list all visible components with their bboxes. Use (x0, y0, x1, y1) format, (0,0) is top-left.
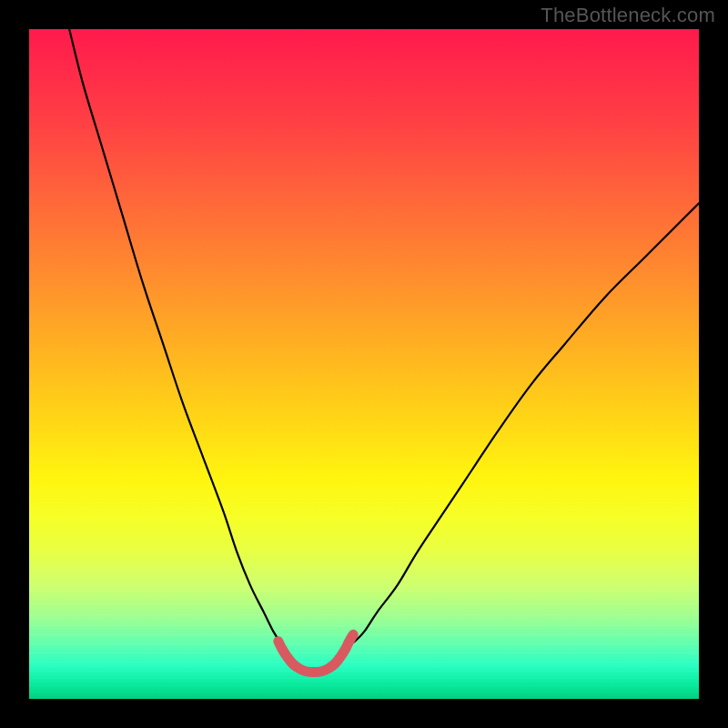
chart-frame: TheBottleneck.com (0, 0, 728, 728)
watermark-text: TheBottleneck.com (541, 4, 715, 27)
right-branch-path (348, 203, 699, 646)
left-branch-path (69, 29, 285, 647)
valley-highlight-path (278, 634, 353, 672)
curve-layer (29, 29, 699, 699)
plot-area (29, 29, 699, 699)
